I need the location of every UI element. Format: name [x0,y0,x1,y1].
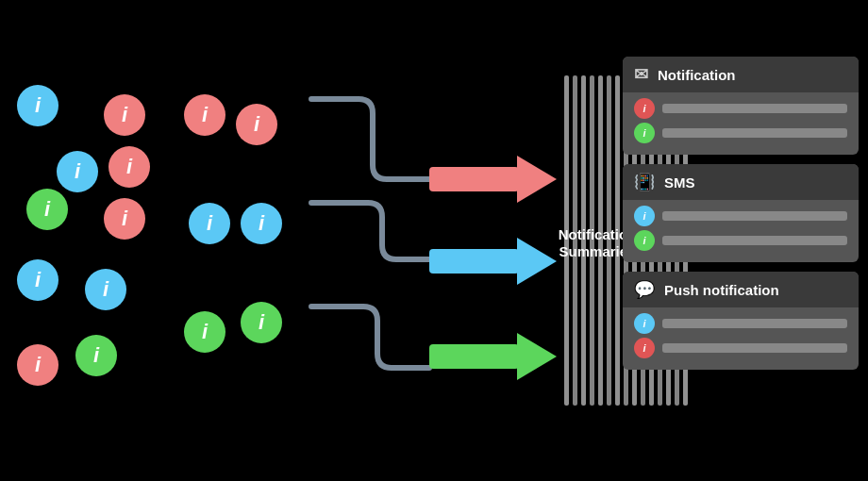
circle-blue-4 [241,203,282,244]
svg-marker-6 [517,333,557,380]
circle-blue-2 [57,151,98,192]
circle-pink-4 [108,146,150,188]
push-circle-blue: i [634,313,655,334]
sms-card: 📳 SMS i i [623,164,859,262]
circle-blue-6 [85,269,126,310]
circle-green-4 [241,302,282,343]
svg-rect-12 [607,75,611,406]
circle-pink-2 [184,94,225,136]
svg-rect-8 [573,75,577,406]
push-bar-1 [662,319,847,328]
notif-row-1: i [634,98,847,119]
svg-rect-13 [615,75,620,406]
circle-blue-3 [189,203,230,244]
svg-rect-3 [429,249,519,274]
push-row-2: i [634,338,847,358]
sms-rows: i i [623,200,859,262]
svg-rect-5 [429,344,519,369]
sms-bar-2 [662,236,847,245]
circle-pink-3 [236,104,277,145]
push-bar-2 [662,343,847,353]
push-icon: 💬 [634,279,655,300]
svg-marker-4 [517,238,557,285]
svg-rect-10 [590,75,594,406]
notification-label: Notification [658,67,736,83]
circle-blue-5 [17,259,58,301]
svg-rect-1 [429,167,519,191]
svg-rect-7 [564,75,569,406]
circle-green-3 [184,311,225,353]
notification-rows: i i [623,92,859,155]
circle-pink-6 [17,344,58,386]
notification-header: ✉ Notification [623,57,859,92]
sms-label: SMS [664,174,695,191]
sms-circle-blue: i [634,206,655,226]
svg-rect-11 [598,75,603,406]
mail-icon: ✉ [634,64,648,85]
notif-row-2: i [634,123,847,143]
push-row-1: i [634,313,847,334]
notif-circle-red: i [634,98,655,119]
notif-bar-1 [662,104,847,113]
sms-row-2: i [634,230,847,251]
circle-pink-1 [104,94,145,136]
push-circle-red: i [634,338,655,358]
notification-card: ✉ Notification i i [623,57,859,155]
right-panel: ✉ Notification i i 📳 SMS i i [623,57,859,424]
push-label: Push notification [664,282,779,298]
circle-pink-5 [104,198,145,240]
vibrate-icon: 📳 [634,172,655,192]
notif-bar-2 [662,128,847,138]
push-header: 💬 Push notification [623,272,859,307]
circle-blue-1 [17,85,58,126]
svg-marker-2 [517,156,557,203]
sms-circle-green: i [634,230,655,251]
circles-area [0,0,340,481]
circle-green-1 [26,189,68,230]
push-card: 💬 Push notification i i [623,272,859,370]
notif-circle-green: i [634,123,655,143]
sms-header: 📳 SMS [623,164,859,200]
svg-rect-9 [581,75,586,406]
push-rows: i i [623,307,859,370]
sms-bar-1 [662,211,847,221]
sms-row-1: i [634,206,847,226]
circle-green-2 [75,335,117,376]
